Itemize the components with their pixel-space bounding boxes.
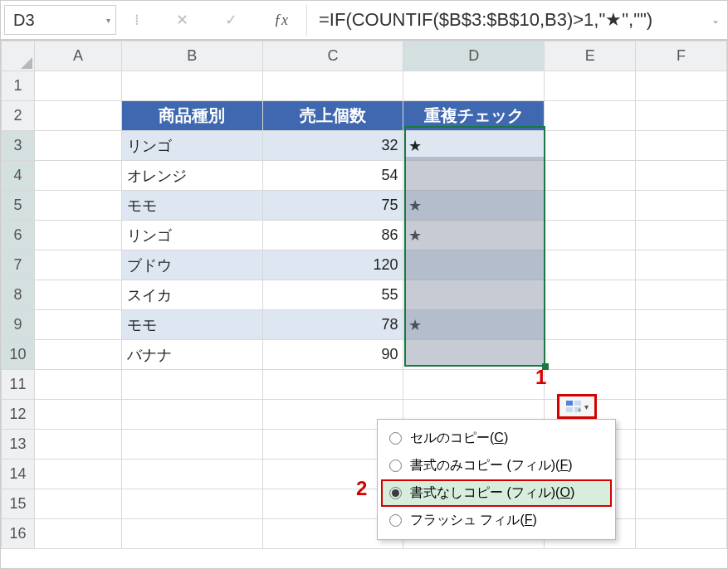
cell[interactable]: 90 xyxy=(262,340,403,370)
cell[interactable] xyxy=(403,71,545,101)
cell[interactable]: スイカ xyxy=(121,280,262,310)
cell[interactable] xyxy=(636,430,727,460)
cell[interactable]: ブドウ xyxy=(121,250,262,280)
cell[interactable]: 78 xyxy=(262,310,403,340)
cell[interactable]: 55 xyxy=(262,280,403,310)
col-head-E[interactable]: E xyxy=(545,41,636,71)
cell[interactable] xyxy=(403,340,545,370)
cell[interactable] xyxy=(403,250,545,280)
cell[interactable] xyxy=(262,71,403,101)
row-head[interactable]: 13 xyxy=(2,430,35,460)
cell[interactable] xyxy=(636,280,727,310)
menu-without-format[interactable]: 書式なしコピー (フィル)(O) xyxy=(381,479,612,507)
fx-icon[interactable]: ƒx xyxy=(267,12,295,29)
menu-format-only[interactable]: 書式のみコピー (フィル)(F) xyxy=(381,452,612,479)
cell[interactable]: バナナ xyxy=(121,340,262,370)
menu-copy-cells[interactable]: セルのコピー(C) xyxy=(381,425,612,452)
col-head-C[interactable]: C xyxy=(262,41,403,71)
col-head-B[interactable]: B xyxy=(121,41,262,71)
dots-icon[interactable]: ⁞ xyxy=(128,11,146,29)
cell[interactable] xyxy=(262,370,403,400)
cell[interactable]: ★ xyxy=(403,221,545,250)
menu-flash-fill[interactable]: フラッシュ フィル(F) xyxy=(381,507,612,534)
cell[interactable] xyxy=(403,280,545,310)
chevron-down-icon[interactable]: ▾ xyxy=(106,16,110,25)
cell[interactable] xyxy=(636,101,727,131)
cell[interactable] xyxy=(121,71,262,101)
cell[interactable]: 120 xyxy=(262,250,403,280)
formula-input[interactable]: =IF(COUNTIF($B$3:$B$10,B3)>1,"★","") xyxy=(307,4,704,36)
cell[interactable] xyxy=(34,221,121,250)
cell[interactable]: ★ xyxy=(403,131,545,161)
cell[interactable] xyxy=(34,400,121,430)
cell[interactable] xyxy=(636,221,727,250)
cell[interactable] xyxy=(545,191,636,221)
cell[interactable]: ★ xyxy=(403,310,545,340)
grid-table[interactable]: A B C D E F 1 2 商品種別 売上個数 重複チェック 3 リンゴ 3… xyxy=(1,41,727,549)
cell[interactable] xyxy=(636,250,727,280)
cell[interactable] xyxy=(545,310,636,340)
cell[interactable] xyxy=(121,489,262,519)
cell[interactable] xyxy=(34,280,121,310)
cell[interactable] xyxy=(636,310,727,340)
row-head[interactable]: 8 xyxy=(2,280,35,310)
cell[interactable] xyxy=(545,250,636,280)
row-head[interactable]: 10 xyxy=(2,340,35,370)
accept-check-icon[interactable]: ✓ xyxy=(218,11,244,29)
cell[interactable] xyxy=(636,370,727,400)
cell[interactable] xyxy=(545,340,636,370)
cell[interactable] xyxy=(545,221,636,250)
cell[interactable] xyxy=(34,161,121,191)
cell[interactable] xyxy=(636,400,727,430)
cell[interactable]: リンゴ xyxy=(121,221,262,250)
table-header[interactable]: 商品種別 xyxy=(121,101,262,131)
name-box[interactable]: D3 ▾ xyxy=(4,5,116,35)
cell[interactable] xyxy=(636,191,727,221)
cell[interactable] xyxy=(34,101,121,131)
cell[interactable] xyxy=(545,101,636,131)
cell[interactable] xyxy=(636,71,727,101)
cancel-x-icon[interactable]: ✕ xyxy=(169,11,195,29)
row-head[interactable]: 4 xyxy=(2,161,35,191)
cell[interactable] xyxy=(636,460,727,489)
row-head[interactable]: 14 xyxy=(2,460,35,489)
cell[interactable] xyxy=(121,400,262,430)
cell[interactable] xyxy=(636,519,727,549)
col-head-A[interactable]: A xyxy=(34,41,121,71)
cell[interactable] xyxy=(636,131,727,161)
autofill-options-button[interactable]: + ▾ xyxy=(557,394,597,419)
cell[interactable] xyxy=(34,71,121,101)
cell[interactable] xyxy=(34,131,121,161)
cell[interactable] xyxy=(34,191,121,221)
cell[interactable] xyxy=(545,71,636,101)
cell[interactable] xyxy=(121,519,262,549)
cell[interactable]: モモ xyxy=(121,310,262,340)
cell[interactable] xyxy=(545,131,636,161)
row-head[interactable]: 9 xyxy=(2,310,35,340)
cell[interactable]: 32 xyxy=(262,131,403,161)
cell[interactable] xyxy=(34,250,121,280)
cell[interactable]: リンゴ xyxy=(121,131,262,161)
cell[interactable]: モモ xyxy=(121,191,262,221)
cell[interactable] xyxy=(34,489,121,519)
table-header[interactable]: 重複チェック xyxy=(403,101,545,131)
cell[interactable] xyxy=(34,340,121,370)
cell[interactable]: ★ xyxy=(403,191,545,221)
cell[interactable] xyxy=(636,161,727,191)
cell[interactable] xyxy=(121,430,262,460)
row-head[interactable]: 1 xyxy=(2,71,35,101)
cell[interactable] xyxy=(34,430,121,460)
row-head[interactable]: 16 xyxy=(2,519,35,549)
cell[interactable]: 54 xyxy=(262,161,403,191)
cell[interactable] xyxy=(403,370,545,400)
row-head[interactable]: 12 xyxy=(2,400,35,430)
cell[interactable] xyxy=(34,310,121,340)
cell[interactable] xyxy=(636,340,727,370)
select-all-corner[interactable] xyxy=(2,41,35,71)
row-head[interactable]: 11 xyxy=(2,370,35,400)
expand-formula-icon[interactable]: ⌄ xyxy=(704,4,727,36)
cell[interactable] xyxy=(403,161,545,191)
row-head[interactable]: 7 xyxy=(2,250,35,280)
row-head[interactable]: 3 xyxy=(2,131,35,161)
row-head[interactable]: 6 xyxy=(2,221,35,250)
